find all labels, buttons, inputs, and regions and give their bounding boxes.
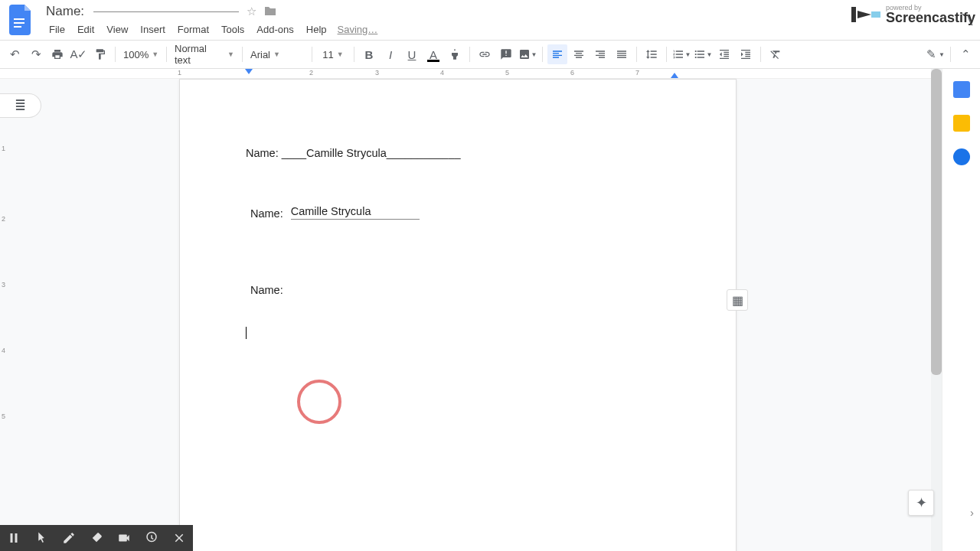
menu-view[interactable]: View [100, 22, 134, 37]
svg-rect-3 [871, 11, 880, 18]
docs-logo[interactable] [6, 5, 37, 35]
align-right-button[interactable] [590, 44, 610, 64]
editing-mode-button[interactable]: ✎▼ [926, 44, 946, 64]
menu-addons[interactable]: Add-ons [250, 22, 299, 37]
right-sidebar [942, 69, 980, 551]
menu-tools[interactable]: Tools [215, 22, 250, 37]
svg-rect-2 [14, 26, 21, 28]
bold-button[interactable]: B [359, 44, 379, 64]
toolbar: ↶ ↷ A✓ 100%▼ Normal text▼ Arial▼ 11▼ B I… [0, 40, 980, 69]
outline-toggle[interactable]: ≣ [0, 93, 41, 118]
bullet-list-button[interactable]: ▼ [693, 44, 713, 64]
menu-file[interactable]: File [43, 22, 71, 37]
align-center-button[interactable] [569, 44, 589, 64]
zoom-dropdown[interactable]: 100%▼ [120, 44, 162, 64]
keep-icon[interactable] [953, 115, 970, 132]
screencastify-toolbar [0, 525, 193, 551]
horizontal-ruler[interactable]: 1 2 3 4 5 6 7 [0, 69, 942, 79]
insert-image-button[interactable]: ▼ [518, 44, 537, 64]
font-dropdown[interactable]: Arial▼ [247, 44, 307, 64]
paragraph-style-dropdown[interactable]: Normal text▼ [172, 44, 237, 64]
indent-increase-button[interactable] [736, 44, 756, 64]
undo-button[interactable]: ↶ [5, 44, 24, 64]
side-panel-expand-icon[interactable]: › [970, 506, 974, 519]
align-justify-button[interactable] [612, 44, 632, 64]
close-recording-button[interactable] [165, 525, 193, 551]
collapse-toolbar-button[interactable]: ⌃ [956, 44, 975, 64]
indent-decrease-button[interactable] [714, 44, 734, 64]
name-empty-label[interactable]: Name: [250, 284, 670, 296]
spellcheck-button[interactable]: A✓ [69, 44, 89, 64]
text-color-button[interactable]: A [423, 44, 443, 64]
saving-status: Saving… [338, 24, 378, 35]
pen-tool-button[interactable] [55, 525, 83, 551]
name-table-cell[interactable]: Camille Strycula [291, 205, 420, 220]
screencastify-watermark: powered by Screencastify [850, 3, 975, 26]
italic-button[interactable]: I [381, 44, 400, 64]
pointer-tool-button[interactable] [28, 525, 55, 551]
title-underline [93, 11, 239, 12]
redo-button[interactable]: ↷ [26, 44, 46, 64]
menu-insert[interactable]: Insert [134, 22, 172, 37]
explore-button[interactable]: ✦ [908, 490, 934, 516]
webcam-toggle-button[interactable] [110, 525, 138, 551]
underline-button[interactable]: U [402, 44, 422, 64]
menu-help[interactable]: Help [300, 22, 333, 37]
print-button[interactable] [47, 44, 67, 64]
insert-comment-button[interactable] [496, 44, 516, 64]
name-label: Name: [250, 207, 283, 220]
pause-recording-button[interactable] [0, 525, 28, 551]
eraser-tool-button[interactable] [83, 525, 110, 551]
name-table-row[interactable]: Name: Camille Strycula [250, 205, 670, 220]
timer-button[interactable] [138, 525, 165, 551]
calendar-icon[interactable] [953, 81, 970, 98]
left-indent-marker[interactable] [245, 69, 253, 74]
vertical-ruler[interactable]: 1 2 3 4 5 [0, 79, 8, 551]
svg-rect-0 [14, 18, 24, 20]
align-left-button[interactable] [547, 44, 567, 64]
highlight-button[interactable] [445, 44, 465, 64]
line-spacing-button[interactable] [642, 44, 662, 64]
vertical-scrollbar[interactable] [931, 69, 942, 551]
paint-format-button[interactable] [90, 44, 110, 64]
move-folder-icon[interactable] [264, 5, 276, 18]
text-cursor [246, 327, 247, 339]
document-title[interactable]: Name: [43, 3, 87, 20]
numbered-list-button[interactable]: ▼ [671, 44, 691, 64]
tasks-icon[interactable] [953, 148, 970, 165]
right-indent-marker[interactable] [671, 73, 678, 78]
name-line-underscores[interactable]: Name: ____Camille Strycula____________ [246, 147, 670, 159]
document-page[interactable]: Name: ____Camille Strycula____________ N… [179, 79, 737, 551]
menu-format[interactable]: Format [172, 22, 215, 37]
clear-formatting-button[interactable] [766, 44, 786, 64]
insert-link-button[interactable] [475, 44, 495, 64]
font-size-dropdown[interactable]: 11▼ [317, 44, 349, 64]
menu-edit[interactable]: Edit [71, 22, 100, 37]
svg-rect-1 [14, 22, 24, 24]
star-icon[interactable]: ☆ [247, 5, 256, 18]
add-comment-button[interactable]: ▦ [727, 289, 748, 311]
